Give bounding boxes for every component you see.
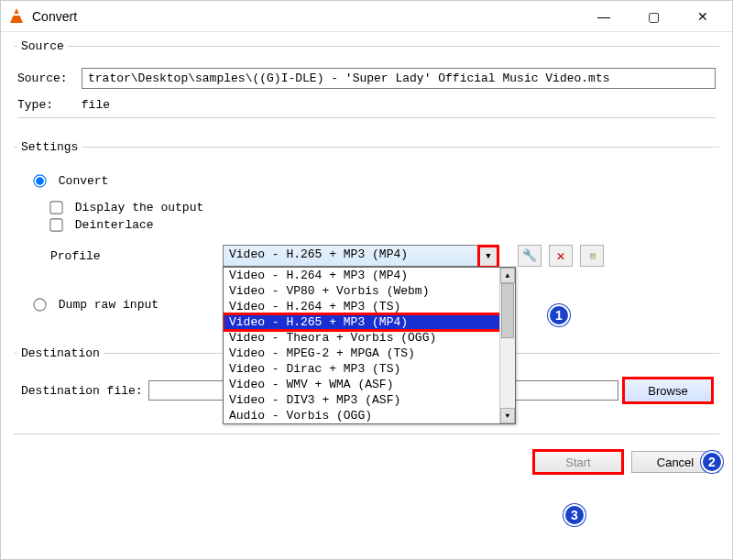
destination-file-label: Destination file:: [21, 384, 143, 398]
profile-option[interactable]: Video - DIV3 + MP3 (ASF): [224, 392, 515, 408]
convert-radio-input[interactable]: [33, 174, 46, 187]
display-output-checkbox[interactable]: Display the output: [50, 201, 203, 214]
callout-1: 1: [548, 304, 570, 326]
scroll-up-icon[interactable]: ▲: [500, 268, 515, 283]
profile-option[interactable]: Video - VP80 + Vorbis (Webm): [224, 283, 515, 299]
settings-legend: Settings: [17, 140, 82, 154]
profile-combobox[interactable]: Video - H.265 + MP3 (MP4) ▼: [223, 245, 499, 267]
deinterlace-checkbox[interactable]: Deinterlace: [50, 218, 154, 232]
convert-window: Convert — ▢ ✕ Source Source: Type: file …: [0, 0, 733, 560]
delete-profile-button[interactable]: ✕: [549, 245, 573, 267]
convert-radio[interactable]: Convert: [34, 174, 108, 188]
profile-selected-value: Video - H.265 + MP3 (MP4): [229, 247, 408, 261]
vlc-cone-icon: [8, 8, 25, 25]
profile-option[interactable]: Video - MPEG-2 + MPGA (TS): [224, 346, 515, 361]
minimize-button[interactable]: —: [587, 4, 620, 29]
dump-raw-radio-input[interactable]: [33, 298, 46, 311]
source-label: Source:: [17, 71, 74, 85]
profile-option[interactable]: Video - Theora + Vorbis (OGG): [224, 330, 515, 346]
convert-radio-label: Convert: [59, 174, 109, 188]
dump-raw-label: Dump raw input: [59, 298, 159, 312]
delete-x-icon: ✕: [556, 247, 564, 265]
deinterlace-checkbox-input[interactable]: [49, 218, 62, 231]
display-output-label: Display the output: [75, 201, 203, 214]
profile-option[interactable]: Video - WMV + WMA (ASF): [224, 377, 515, 392]
profile-option[interactable]: Video - H.264 + MP3 (MP4): [224, 268, 515, 283]
source-input[interactable]: [82, 68, 716, 89]
edit-profile-button[interactable]: 🔧: [518, 245, 542, 267]
scroll-down-icon[interactable]: ▼: [500, 408, 515, 423]
titlebar: Convert — ▢ ✕: [1, 1, 732, 32]
browse-button[interactable]: Browse: [624, 379, 712, 402]
new-profile-button[interactable]: ▤: [580, 245, 604, 267]
callout-2: 2: [701, 451, 723, 473]
type-label: Type:: [17, 98, 74, 112]
start-button[interactable]: Start: [534, 451, 622, 473]
settings-group: Settings Convert Display the output Dein…: [14, 140, 719, 341]
window-title: Convert: [32, 9, 77, 24]
source-legend: Source: [17, 39, 68, 53]
deinterlace-label: Deinterlace: [75, 218, 154, 232]
chevron-down-icon: ▼: [486, 252, 490, 261]
profile-option[interactable]: Video - Dirac + MP3 (TS): [224, 361, 515, 377]
profile-label: Profile: [50, 249, 215, 263]
type-value: file: [82, 98, 110, 112]
destination-legend: Destination: [17, 346, 104, 360]
scroll-thumb[interactable]: [501, 283, 514, 338]
display-output-checkbox-input[interactable]: [49, 201, 62, 214]
dropdown-scrollbar[interactable]: ▲ ▼: [499, 268, 515, 423]
dump-raw-radio[interactable]: Dump raw input: [34, 298, 159, 312]
profile-option[interactable]: Audio - Vorbis (OGG): [224, 408, 515, 423]
profile-option-selected[interactable]: Video - H.265 + MP3 (MP4): [224, 314, 515, 330]
profile-dropdown-arrow[interactable]: ▼: [479, 247, 498, 267]
profile-dropdown-list[interactable]: Video - H.264 + MP3 (MP4) Video - VP80 +…: [223, 267, 516, 424]
callout-3: 3: [563, 504, 585, 526]
source-group: Source Source: Type: file: [14, 39, 719, 135]
maximize-button[interactable]: ▢: [637, 4, 670, 29]
list-icon: ▤: [590, 250, 594, 261]
wrench-icon: 🔧: [522, 248, 537, 263]
close-button[interactable]: ✕: [686, 4, 719, 29]
profile-option[interactable]: Video - H.264 + MP3 (TS): [224, 299, 515, 314]
